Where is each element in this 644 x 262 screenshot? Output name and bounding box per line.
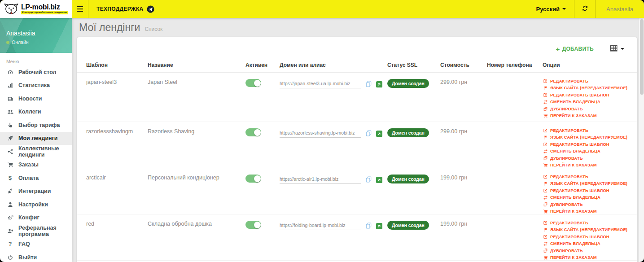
table-header-row: ШаблонНазваниеАктивенДомен или алиасСтат… xyxy=(77,59,637,73)
active-cell xyxy=(245,214,280,260)
plug-icon xyxy=(6,188,14,194)
sidebar-item[interactable]: Настройки xyxy=(0,198,72,211)
sidebar-item[interactable]: Выбор тарифа xyxy=(0,118,72,132)
sidebar-item[interactable]: Мои лендинги xyxy=(0,132,72,145)
option-link[interactable]: РЕДАКТИРОВАТЬ xyxy=(543,220,627,225)
option-link[interactable]: СМЕНИТЬ ВЛАДЕЛЬЦА xyxy=(543,149,627,154)
option-link[interactable]: РЕДАКТИРОВАТЬ ШАБЛОН xyxy=(543,92,627,97)
question-icon: ? xyxy=(6,241,14,247)
option-label: СМЕНИТЬ ВЛАДЕЛЬЦА xyxy=(550,195,600,200)
open-site-icon[interactable] xyxy=(376,223,382,229)
option-link[interactable]: СМЕНИТЬ ВЛАДЕЛЬЦА xyxy=(543,100,627,105)
template-cell: razorlessshavingm xyxy=(86,122,148,168)
edit-icon xyxy=(543,220,548,225)
price-cell: 299.00 грн xyxy=(440,122,487,168)
option-link[interactable]: ПЕРЕЙТИ К ЗАКАЗАМ xyxy=(543,255,627,260)
option-link[interactable]: ДУБЛИРОВАТЬ xyxy=(543,202,627,207)
domain-input[interactable] xyxy=(280,81,361,88)
edit-icon xyxy=(543,128,548,133)
option-link[interactable]: РЕДАКТИРОВАТЬ ШАБЛОН xyxy=(543,142,627,147)
sidebar-item[interactable]: Коллективные лендинги xyxy=(0,145,72,158)
copy-icon[interactable] xyxy=(365,176,372,183)
active-toggle[interactable] xyxy=(245,175,261,183)
add-button[interactable]: + ДОБАВИТЬ xyxy=(553,45,596,53)
refresh-button[interactable] xyxy=(574,0,595,18)
option-link[interactable]: РЕДАКТИРОВАТЬ xyxy=(543,174,627,179)
active-toggle[interactable] xyxy=(245,79,261,87)
price-cell: 199.00 грн xyxy=(440,214,487,260)
sidebar-item[interactable]: Рабочий стол xyxy=(0,66,72,79)
language-dropdown[interactable]: Русский xyxy=(528,0,574,18)
option-link[interactable]: ПЕРЕЙТИ К ЗАКАЗАМ xyxy=(543,209,627,214)
sidebar-item[interactable]: Новости xyxy=(0,92,72,105)
option-link[interactable]: ДУБЛИРОВАТЬ xyxy=(543,248,627,253)
option-link[interactable]: СМЕНИТЬ ВЛАДЕЛЬЦА xyxy=(543,241,627,246)
option-label: РЕДАКТИРОВАТЬ xyxy=(550,175,588,179)
telegram-icon xyxy=(147,5,154,13)
sidebar-item[interactable]: Интеграции xyxy=(0,185,72,198)
card-toolbar: + ДОБАВИТЬ xyxy=(77,37,637,59)
cart-icon xyxy=(6,162,14,168)
copy-icon[interactable] xyxy=(365,81,372,87)
ssl-cell: Домен создан xyxy=(387,73,440,122)
option-link[interactable]: ПЕРЕЙТИ К ЗАКАЗАМ xyxy=(543,114,627,118)
domain-input[interactable] xyxy=(280,176,361,184)
option-label: РЕДАКТИРОВАТЬ xyxy=(550,221,588,225)
phone-cell xyxy=(487,73,543,122)
option-label: ЯЗЫК САЙТА (НЕРЕДАКТИРУЕМОЕ) xyxy=(550,181,627,186)
toggle-knob xyxy=(254,222,261,228)
sidebar-toggle-button[interactable] xyxy=(72,0,88,18)
option-label: РЕДАКТИРОВАТЬ xyxy=(550,128,588,133)
active-toggle[interactable] xyxy=(245,128,261,136)
option-link[interactable]: СМЕНИТЬ ВЛАДЕЛЬЦА xyxy=(543,195,627,200)
option-link[interactable]: РЕДАКТИРОВАТЬ ШАБЛОН xyxy=(543,234,627,239)
scrollbar[interactable] xyxy=(639,18,644,262)
domain-input[interactable] xyxy=(280,130,361,138)
table-body: japan-steel3 Japan Steel xyxy=(77,73,637,262)
ssl-status-badge: Домен создан xyxy=(387,128,429,137)
sidebar-item[interactable]: Статистика xyxy=(0,79,72,92)
sidebar-item-label: Конфиг xyxy=(18,214,39,221)
option-link[interactable]: ЯЗЫК САЙТА (НЕРЕДАКТИРУЕМОЕ) xyxy=(543,86,627,91)
copy-icon[interactable] xyxy=(365,223,372,229)
support-button[interactable]: ТЕХПОДДЕРЖКА xyxy=(88,0,162,18)
option-label: ДУБЛИРОВАТЬ xyxy=(550,156,583,161)
options-cell: РЕДАКТИРОВАТЬ ЯЗЫК САЙТА (НЕРЕДАКТИРУЕМО… xyxy=(543,122,631,168)
copy-icon[interactable] xyxy=(365,130,372,137)
option-link[interactable]: РЕДАКТИРОВАТЬ ШАБЛОН xyxy=(543,188,627,193)
sidebar-item[interactable]: Коллеги xyxy=(0,105,72,119)
sidebar-item[interactable]: Реферальная программа xyxy=(0,224,72,238)
exchange-icon xyxy=(543,195,548,200)
sidebar-item[interactable]: $ Оплата xyxy=(0,171,72,185)
sidebar-item[interactable]: Выйти xyxy=(0,251,72,262)
sidebar-item[interactable]: Заказы xyxy=(0,158,72,172)
topbar-username[interactable]: Anastasiia xyxy=(596,0,644,18)
option-link[interactable]: ДУБЛИРОВАТЬ xyxy=(543,106,627,111)
duplicate-icon xyxy=(543,106,548,111)
chevron-down-icon xyxy=(562,8,566,10)
sidebar-item[interactable]: ? FAQ xyxy=(0,238,72,251)
option-link[interactable]: ЯЗЫК САЙТА (НЕРЕДАКТИРУЕМОЕ) xyxy=(543,181,627,186)
sidebar-item-label: Новости xyxy=(18,96,42,102)
option-link[interactable]: ЯЗЫК САЙТА (НЕРЕДАКТИРУЕМОЕ) xyxy=(543,227,627,232)
option-link[interactable]: ПЕРЕЙТИ К ЗАКАЗАМ xyxy=(543,163,627,168)
logo[interactable]: LP-mobi.biz Конструктор мобильных лендин… xyxy=(0,0,72,18)
option-link[interactable]: РЕДАКТИРОВАТЬ xyxy=(543,128,627,133)
cart-icon xyxy=(543,163,548,168)
table-view-dropdown[interactable] xyxy=(607,44,627,53)
sidebar-item[interactable]: Конфиг xyxy=(0,211,72,225)
option-link[interactable]: РЕДАКТИРОВАТЬ xyxy=(543,79,627,83)
option-link[interactable]: ЯЗЫК САЙТА (НЕРЕДАКТИРУЕМОЕ) xyxy=(543,135,627,140)
open-site-icon[interactable] xyxy=(376,81,382,87)
open-site-icon[interactable] xyxy=(376,130,382,137)
scrollbar-thumb[interactable] xyxy=(640,19,644,95)
domain-input[interactable] xyxy=(280,223,361,230)
user-icon xyxy=(6,201,14,208)
toggle-knob xyxy=(254,129,261,136)
option-link[interactable]: ДУБЛИРОВАТЬ xyxy=(543,156,627,161)
open-site-icon[interactable] xyxy=(376,176,382,183)
chevron-down-icon xyxy=(621,48,624,50)
active-toggle[interactable] xyxy=(245,221,261,229)
edit-icon xyxy=(543,142,548,147)
phone-cell xyxy=(487,168,543,214)
